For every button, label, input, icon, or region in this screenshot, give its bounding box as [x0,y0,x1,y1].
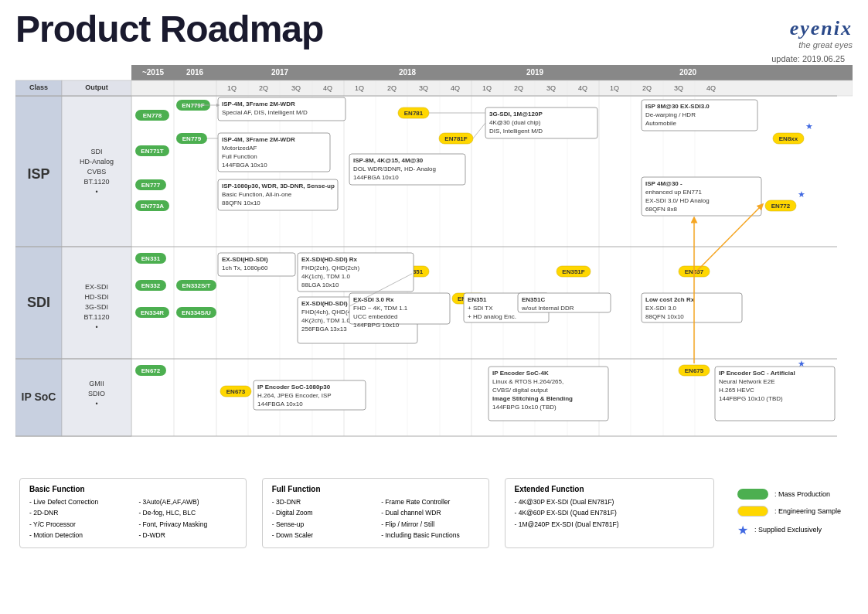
svg-text:EN334S/U: EN334S/U [182,309,211,316]
svg-text:BT.1120: BT.1120 [83,178,109,186]
svg-text:3G-SDI, 1M@120P: 3G-SDI, 1M@120P [489,111,543,118]
svg-text:EN779F: EN779F [182,102,204,109]
svg-text:Class: Class [29,84,48,91]
svg-text:H.265 HEVC: H.265 HEVC [719,387,754,394]
svg-text:IP SoC: IP SoC [22,391,56,403]
svg-text:EX-SDI 3.0 Rx: EX-SDI 3.0 Rx [353,296,394,303]
basic-function-box: Basic Function - Live Defect Correction … [19,478,247,548]
svg-text:CVBS/ digital output: CVBS/ digital output [492,387,548,394]
svg-text:2017: 2017 [271,68,289,77]
svg-text:1ch Tx, 1080p60: 1ch Tx, 1080p60 [222,264,268,271]
svg-text:EX-SDI(HD-SDI): EX-SDI(HD-SDI) [222,256,268,263]
svg-text:88QFN 10x10: 88QFN 10x10 [645,313,684,320]
svg-text:•: • [95,400,97,408]
svg-text:1Q: 1Q [355,84,364,92]
update-date: update: 2019.06.25 [15,54,845,63]
svg-text:144FBPG 10x10 (TBD): 144FBPG 10x10 (TBD) [492,404,557,411]
svg-text:EN779: EN779 [182,135,202,142]
svg-text:De-warping / HDR: De-warping / HDR [645,111,696,118]
svg-text:256FBGA 13x13: 256FBGA 13x13 [301,326,347,333]
svg-text:ISP 4M@30 -: ISP 4M@30 - [645,180,682,187]
svg-text:ISP: ISP [27,166,49,182]
svg-text:144FBPG 10x10 (TBD): 144FBPG 10x10 (TBD) [719,395,783,402]
svg-text:3Q: 3Q [674,84,683,92]
svg-text:EN781F: EN781F [444,135,467,142]
svg-text:EN777: EN777 [141,182,161,189]
svg-text:GMII: GMII [89,380,104,387]
svg-text:ISP-4M, 3Frame 2M-WDR: ISP-4M, 3Frame 2M-WDR [222,101,295,107]
svg-text:enhanced up EN771: enhanced up EN771 [645,189,703,196]
svg-text:EN334R: EN334R [141,309,164,316]
svg-text:EN332S/T: EN332S/T [182,282,211,289]
svg-text:144FBGA 10x10: 144FBGA 10x10 [353,174,399,181]
symbol-legend: : Mass Production : Engineering Sample ★… [730,478,849,548]
svg-text:2Q: 2Q [642,84,652,92]
svg-text:4Q: 4Q [323,84,332,92]
svg-text:DOL WDR/3DNR, HD- Analog: DOL WDR/3DNR, HD- Analog [353,165,436,172]
svg-text:DIS, Intelligent M/D: DIS, Intelligent M/D [489,128,543,135]
svg-text:3Q: 3Q [419,84,428,92]
logo-area: eyenix the great eyes [790,8,853,49]
svg-text:4Q: 4Q [706,84,716,92]
svg-text:SDIO: SDIO [88,390,105,397]
svg-text:IP Encoder SoC - Artificial: IP Encoder SoC - Artificial [719,370,795,377]
svg-text:★: ★ [798,189,805,199]
svg-text:Basic Function, All-in-one: Basic Function, All-in-one [222,191,292,198]
svg-text:SDI: SDI [90,148,102,155]
svg-text:H.264, JPEG Encoder, ISP: H.264, JPEG Encoder, ISP [257,392,332,399]
svg-text:2Q: 2Q [514,84,523,92]
svg-text:Linux & RTOS H.264/265,: Linux & RTOS H.264/265, [492,378,563,385]
svg-text:ISP-8M, 4K@15, 4M@30: ISP-8M, 4K@15, 4M@30 [353,157,424,164]
svg-text:EX-SDI 3.0: EX-SDI 3.0 [645,305,677,312]
svg-text:UCC embedded: UCC embedded [353,313,397,320]
full-function-title: Full Function [272,485,479,493]
svg-text:2018: 2018 [399,68,417,77]
logo-text: eyenix [790,15,853,40]
svg-text:4Q: 4Q [578,84,587,92]
svg-text:2Q: 2Q [259,84,268,92]
page-title: Product Roadmap [15,8,323,50]
svg-text:3G-SDI: 3G-SDI [85,303,108,311]
svg-text:EX-SDI 3.0/ HD Analog: EX-SDI 3.0/ HD Analog [645,197,710,204]
svg-text:ISP-4M, 3Frame 2M-WDR: ISP-4M, 3Frame 2M-WDR [222,136,295,143]
svg-text:3Q: 3Q [546,84,556,92]
svg-text:FHD ~ 4K, TDM 1.1: FHD ~ 4K, TDM 1.1 [353,305,408,312]
full-function-box: Full Function - 3D-DNR - Digital Zoom - … [262,478,489,548]
exclusive-star-symbol: ★ [737,523,748,537]
svg-text:2020: 2020 [679,68,697,77]
svg-text:+ SDI TX: + SDI TX [468,305,493,312]
svg-text:EX-SDI(HD-SDI) Rx: EX-SDI(HD-SDI) Rx [301,256,358,263]
svg-text:EN351: EN351 [468,296,487,303]
svg-text:EN8xx: EN8xx [779,135,798,142]
legend-section: Basic Function - Live Defect Correction … [15,478,853,548]
svg-text:2016: 2016 [186,68,204,77]
svg-text:144FBGA 10x10: 144FBGA 10x10 [222,162,267,169]
svg-text:4K(1ch), TDM 1.0: 4K(1ch), TDM 1.0 [301,273,351,280]
svg-text:IP Encoder SoC-4K: IP Encoder SoC-4K [492,370,549,377]
svg-text:MotorizedAF: MotorizedAF [222,145,257,152]
svg-text:w/out  Internal DDR: w/out Internal DDR [521,305,574,312]
svg-text:EN772: EN772 [771,203,791,210]
svg-text:•: • [95,188,97,196]
svg-text:~2015: ~2015 [142,68,165,77]
svg-text:EN675: EN675 [685,367,704,374]
svg-text:88LGA 10x10: 88LGA 10x10 [301,281,339,288]
svg-text:Full Function: Full Function [222,153,257,160]
svg-text:EN673: EN673 [226,388,246,395]
svg-text:144FBGA 10x10: 144FBGA 10x10 [257,401,303,408]
svg-text:ISP-1080p30, WDR, 3D-DNR, Sens: ISP-1080p30, WDR, 3D-DNR, Sense-up [222,182,335,189]
svg-text:Automobile: Automobile [645,120,677,127]
svg-text:•: • [95,323,97,331]
svg-text:EN672: EN672 [141,367,161,374]
svg-text:EN773A: EN773A [141,203,164,210]
svg-text:68QFN 8x8: 68QFN 8x8 [645,206,677,213]
engineering-sample-symbol [737,506,768,517]
svg-text:BT.1120: BT.1120 [83,313,109,321]
svg-text:4K@30 (dual chip): 4K@30 (dual chip) [489,119,541,126]
svg-text:HD-SDI: HD-SDI [85,293,109,301]
svg-text:EN332: EN332 [141,282,161,289]
svg-text:+ HD analog Enc.: + HD analog Enc. [468,313,516,320]
header: Product Roadmap eyenix the great eyes [15,8,853,50]
svg-text:88QFN 10x10: 88QFN 10x10 [222,200,260,206]
extended-function-box: Extended Function - 4K@30P EX-SDI (Dual … [505,478,714,548]
